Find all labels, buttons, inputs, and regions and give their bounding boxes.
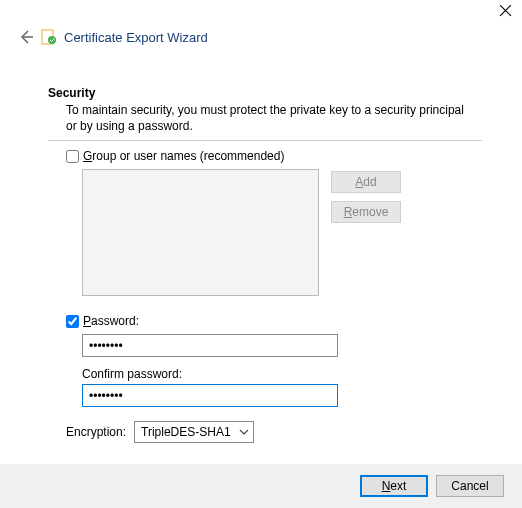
add-button: Add bbox=[331, 171, 401, 193]
password-input[interactable] bbox=[82, 334, 338, 357]
group-users-label: Group or user names (recommended) bbox=[83, 149, 284, 163]
divider bbox=[48, 140, 482, 141]
wizard-footer: Next Cancel bbox=[0, 464, 522, 508]
remove-button: Remove bbox=[331, 201, 401, 223]
section-heading: Security bbox=[48, 86, 482, 100]
close-button[interactable] bbox=[499, 4, 512, 17]
encryption-selected-value: TripleDES-SHA1 bbox=[141, 425, 231, 439]
certificate-icon bbox=[40, 28, 58, 46]
wizard-header: Certificate Export Wizard bbox=[0, 0, 522, 46]
cancel-button[interactable]: Cancel bbox=[436, 475, 504, 497]
encryption-label: Encryption: bbox=[66, 425, 126, 439]
svg-point-4 bbox=[48, 36, 56, 44]
section-description: To maintain security, you must protect t… bbox=[48, 102, 482, 134]
next-button[interactable]: Next bbox=[360, 475, 428, 497]
password-label: Password: bbox=[83, 314, 139, 328]
confirm-password-input[interactable] bbox=[82, 384, 338, 407]
wizard-title: Certificate Export Wizard bbox=[64, 30, 208, 45]
encryption-dropdown[interactable]: TripleDES-SHA1 bbox=[134, 421, 254, 443]
password-checkbox[interactable] bbox=[66, 315, 79, 328]
back-button[interactable] bbox=[14, 29, 38, 45]
chevron-down-icon bbox=[239, 427, 249, 437]
close-icon bbox=[499, 4, 512, 17]
group-users-checkbox[interactable] bbox=[66, 150, 79, 163]
group-users-listbox[interactable] bbox=[82, 169, 319, 296]
back-arrow-icon bbox=[18, 29, 34, 45]
confirm-password-label: Confirm password: bbox=[82, 367, 482, 381]
